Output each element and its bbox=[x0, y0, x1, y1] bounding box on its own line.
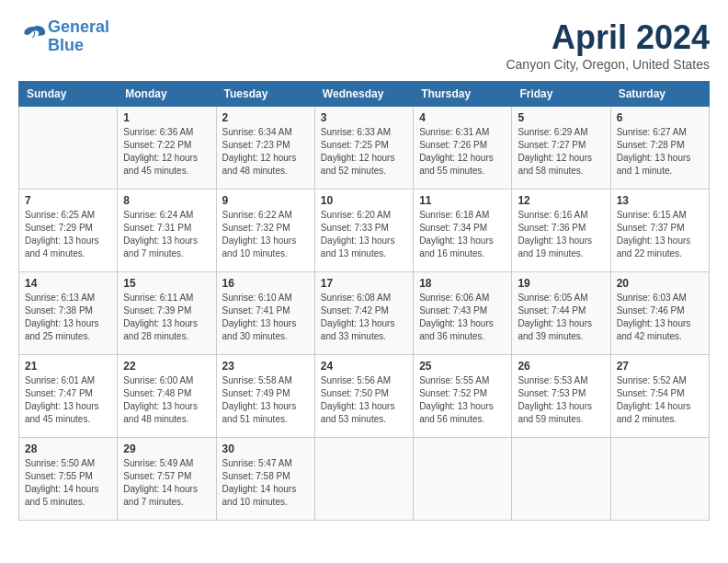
weekday-header-wednesday: Wednesday bbox=[314, 82, 413, 107]
day-detail: Sunrise: 6:06 AM Sunset: 7:43 PM Dayligh… bbox=[419, 292, 506, 343]
day-number: 22 bbox=[123, 360, 210, 373]
calendar-cell: 11 Sunrise: 6:18 AM Sunset: 7:34 PM Dayl… bbox=[414, 190, 512, 272]
logo-text-line1: General bbox=[48, 18, 109, 37]
calendar-cell bbox=[512, 438, 610, 521]
day-detail: Sunrise: 5:53 AM Sunset: 7:53 PM Dayligh… bbox=[518, 374, 604, 426]
calendar-week-5: 28 Sunrise: 5:50 AM Sunset: 7:55 PM Dayl… bbox=[19, 438, 710, 521]
day-detail: Sunrise: 6:16 AM Sunset: 7:36 PM Dayligh… bbox=[518, 209, 604, 260]
weekday-header-monday: Monday bbox=[118, 82, 216, 107]
day-detail: Sunrise: 6:01 AM Sunset: 7:47 PM Dayligh… bbox=[25, 374, 111, 426]
calendar-cell: 20 Sunrise: 6:03 AM Sunset: 7:46 PM Dayl… bbox=[610, 272, 709, 355]
calendar-cell: 24 Sunrise: 5:56 AM Sunset: 7:50 PM Dayl… bbox=[314, 355, 413, 438]
calendar-cell: 5 Sunrise: 6:29 AM Sunset: 7:27 PM Dayli… bbox=[512, 107, 610, 190]
day-number: 7 bbox=[25, 194, 111, 207]
day-detail: Sunrise: 6:24 AM Sunset: 7:31 PM Dayligh… bbox=[123, 209, 210, 260]
location: Canyon City, Oregon, United States bbox=[506, 57, 710, 72]
calendar-table: SundayMondayTuesdayWednesdayThursdayFrid… bbox=[18, 81, 710, 521]
day-number: 1 bbox=[123, 111, 210, 124]
day-detail: Sunrise: 6:25 AM Sunset: 7:29 PM Dayligh… bbox=[25, 209, 111, 260]
day-number: 23 bbox=[222, 360, 309, 373]
calendar-cell: 12 Sunrise: 6:16 AM Sunset: 7:36 PM Dayl… bbox=[512, 190, 610, 272]
day-number: 25 bbox=[419, 360, 506, 373]
day-detail: Sunrise: 6:13 AM Sunset: 7:38 PM Dayligh… bbox=[25, 292, 111, 343]
day-number: 21 bbox=[25, 360, 111, 373]
day-number: 17 bbox=[321, 277, 407, 290]
page-header: General Blue April 2024 Canyon City, Ore… bbox=[18, 18, 710, 72]
day-number: 9 bbox=[222, 194, 309, 207]
weekday-header-friday: Friday bbox=[512, 82, 610, 107]
weekday-header-tuesday: Tuesday bbox=[216, 82, 314, 107]
day-detail: Sunrise: 6:11 AM Sunset: 7:39 PM Dayligh… bbox=[123, 292, 210, 343]
weekday-header-sunday: Sunday bbox=[19, 82, 118, 107]
calendar-cell: 17 Sunrise: 6:08 AM Sunset: 7:42 PM Dayl… bbox=[314, 272, 413, 355]
month-title: April 2024 bbox=[506, 18, 710, 57]
calendar-cell: 23 Sunrise: 5:58 AM Sunset: 7:49 PM Dayl… bbox=[216, 355, 314, 438]
day-number: 3 bbox=[321, 111, 407, 124]
day-number: 26 bbox=[518, 360, 604, 373]
day-number: 8 bbox=[123, 194, 210, 207]
calendar-cell: 19 Sunrise: 6:05 AM Sunset: 7:44 PM Dayl… bbox=[512, 272, 610, 355]
day-detail: Sunrise: 6:33 AM Sunset: 7:25 PM Dayligh… bbox=[321, 126, 407, 178]
calendar-cell bbox=[19, 107, 118, 190]
calendar-cell: 29 Sunrise: 5:49 AM Sunset: 7:57 PM Dayl… bbox=[118, 438, 216, 521]
weekday-header-thursday: Thursday bbox=[414, 82, 512, 107]
calendar-cell: 13 Sunrise: 6:15 AM Sunset: 7:37 PM Dayl… bbox=[610, 190, 709, 272]
day-detail: Sunrise: 6:00 AM Sunset: 7:48 PM Dayligh… bbox=[123, 374, 210, 426]
day-detail: Sunrise: 5:58 AM Sunset: 7:49 PM Dayligh… bbox=[222, 374, 309, 426]
calendar-week-1: 1 Sunrise: 6:36 AM Sunset: 7:22 PM Dayli… bbox=[19, 107, 710, 190]
day-detail: Sunrise: 6:03 AM Sunset: 7:46 PM Dayligh… bbox=[617, 292, 703, 343]
day-number: 19 bbox=[518, 277, 604, 290]
day-number: 4 bbox=[419, 111, 506, 124]
calendar-cell bbox=[610, 438, 709, 521]
calendar-cell: 7 Sunrise: 6:25 AM Sunset: 7:29 PM Dayli… bbox=[19, 190, 118, 272]
day-number: 14 bbox=[25, 277, 111, 290]
calendar-week-3: 14 Sunrise: 6:13 AM Sunset: 7:38 PM Dayl… bbox=[19, 272, 710, 355]
day-detail: Sunrise: 6:15 AM Sunset: 7:37 PM Dayligh… bbox=[617, 209, 703, 260]
calendar-cell: 30 Sunrise: 5:47 AM Sunset: 7:58 PM Dayl… bbox=[216, 438, 314, 521]
calendar-cell: 28 Sunrise: 5:50 AM Sunset: 7:55 PM Dayl… bbox=[19, 438, 118, 521]
day-detail: Sunrise: 5:52 AM Sunset: 7:54 PM Dayligh… bbox=[617, 374, 703, 426]
calendar-week-4: 21 Sunrise: 6:01 AM Sunset: 7:47 PM Dayl… bbox=[19, 355, 710, 438]
calendar-cell bbox=[414, 438, 512, 521]
day-number: 29 bbox=[123, 442, 210, 455]
day-detail: Sunrise: 6:36 AM Sunset: 7:22 PM Dayligh… bbox=[123, 126, 210, 178]
day-number: 30 bbox=[222, 442, 309, 455]
day-number: 20 bbox=[617, 277, 703, 290]
day-number: 13 bbox=[617, 194, 703, 207]
calendar-cell: 14 Sunrise: 6:13 AM Sunset: 7:38 PM Dayl… bbox=[19, 272, 118, 355]
day-detail: Sunrise: 6:10 AM Sunset: 7:41 PM Dayligh… bbox=[222, 292, 309, 343]
calendar-cell: 26 Sunrise: 5:53 AM Sunset: 7:53 PM Dayl… bbox=[512, 355, 610, 438]
day-detail: Sunrise: 6:22 AM Sunset: 7:32 PM Dayligh… bbox=[222, 209, 309, 260]
day-detail: Sunrise: 5:47 AM Sunset: 7:58 PM Dayligh… bbox=[222, 457, 309, 509]
day-detail: Sunrise: 6:29 AM Sunset: 7:27 PM Dayligh… bbox=[518, 126, 604, 178]
calendar-cell: 22 Sunrise: 6:00 AM Sunset: 7:48 PM Dayl… bbox=[118, 355, 216, 438]
calendar-cell: 27 Sunrise: 5:52 AM Sunset: 7:54 PM Dayl… bbox=[610, 355, 709, 438]
day-number: 15 bbox=[123, 277, 210, 290]
day-detail: Sunrise: 6:18 AM Sunset: 7:34 PM Dayligh… bbox=[419, 209, 506, 260]
day-number: 12 bbox=[518, 194, 604, 207]
day-detail: Sunrise: 6:20 AM Sunset: 7:33 PM Dayligh… bbox=[321, 209, 407, 260]
day-number: 11 bbox=[419, 194, 506, 207]
day-detail: Sunrise: 5:50 AM Sunset: 7:55 PM Dayligh… bbox=[25, 457, 111, 509]
day-detail: Sunrise: 5:55 AM Sunset: 7:52 PM Dayligh… bbox=[419, 374, 506, 426]
day-number: 28 bbox=[25, 442, 111, 455]
title-block: April 2024 Canyon City, Oregon, United S… bbox=[506, 18, 710, 72]
day-detail: Sunrise: 5:49 AM Sunset: 7:57 PM Dayligh… bbox=[123, 457, 210, 509]
day-detail: Sunrise: 6:34 AM Sunset: 7:23 PM Dayligh… bbox=[222, 126, 309, 178]
calendar-cell: 4 Sunrise: 6:31 AM Sunset: 7:26 PM Dayli… bbox=[414, 107, 512, 190]
weekday-header-saturday: Saturday bbox=[610, 82, 709, 107]
calendar-cell: 6 Sunrise: 6:27 AM Sunset: 7:28 PM Dayli… bbox=[610, 107, 709, 190]
day-number: 6 bbox=[617, 111, 703, 124]
calendar-cell: 2 Sunrise: 6:34 AM Sunset: 7:23 PM Dayli… bbox=[216, 107, 314, 190]
day-number: 18 bbox=[419, 277, 506, 290]
calendar-cell: 10 Sunrise: 6:20 AM Sunset: 7:33 PM Dayl… bbox=[314, 190, 413, 272]
day-detail: Sunrise: 6:08 AM Sunset: 7:42 PM Dayligh… bbox=[321, 292, 407, 343]
day-number: 16 bbox=[222, 277, 309, 290]
calendar-cell: 18 Sunrise: 6:06 AM Sunset: 7:43 PM Dayl… bbox=[414, 272, 512, 355]
day-detail: Sunrise: 6:31 AM Sunset: 7:26 PM Dayligh… bbox=[419, 126, 506, 178]
day-detail: Sunrise: 5:56 AM Sunset: 7:50 PM Dayligh… bbox=[321, 374, 407, 426]
day-number: 5 bbox=[518, 111, 604, 124]
logo: General Blue bbox=[18, 18, 109, 55]
calendar-cell: 3 Sunrise: 6:33 AM Sunset: 7:25 PM Dayli… bbox=[314, 107, 413, 190]
calendar-cell: 21 Sunrise: 6:01 AM Sunset: 7:47 PM Dayl… bbox=[19, 355, 118, 438]
